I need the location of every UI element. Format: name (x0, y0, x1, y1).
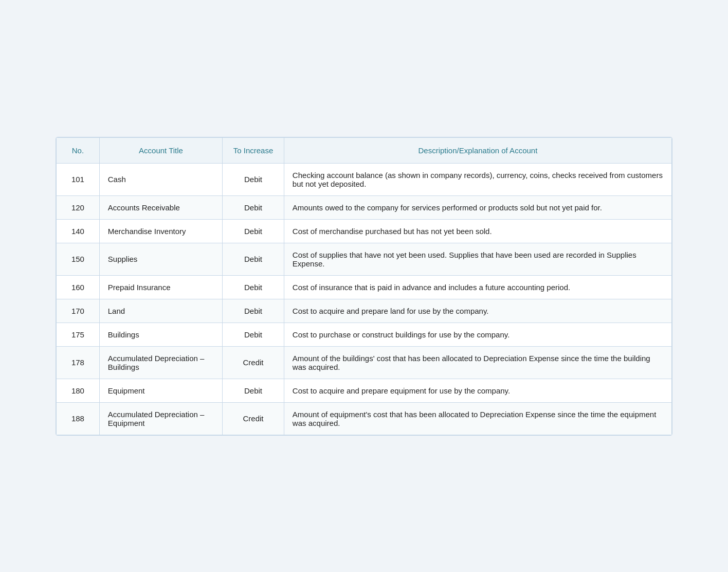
cell-description: Amounts owed to the company for services… (284, 195, 671, 219)
table-row: 101CashDebitChecking account balance (as… (57, 163, 672, 195)
cell-to-increase: Debit (223, 323, 284, 346)
table-header-row: No. Account Title To Increase Descriptio… (57, 137, 672, 163)
table-row: 160Prepaid InsuranceDebitCost of insuran… (57, 275, 672, 299)
cell-no: 160 (57, 275, 100, 299)
cell-no: 180 (57, 379, 100, 402)
header-account-title: Account Title (99, 137, 222, 163)
cell-to-increase: Debit (223, 163, 284, 195)
cell-no: 175 (57, 323, 100, 346)
table-row: 150SuppliesDebitCost of supplies that ha… (57, 243, 672, 275)
table-row: 140Merchandise InventoryDebitCost of mer… (57, 219, 672, 243)
header-description: Description/Explanation of Account (284, 137, 671, 163)
cell-account-title: Prepaid Insurance (99, 275, 222, 299)
cell-account-title: Accumulated Depreciation – Buildings (99, 346, 222, 379)
cell-description: Amount of the buildings' cost that has b… (284, 346, 671, 379)
cell-description: Amount of equipment's cost that has been… (284, 402, 671, 435)
cell-account-title: Accounts Receivable (99, 195, 222, 219)
cell-to-increase: Debit (223, 275, 284, 299)
table-row: 170LandDebitCost to acquire and prepare … (57, 299, 672, 323)
cell-no: 120 (57, 195, 100, 219)
cell-no: 188 (57, 402, 100, 435)
cell-description: Cost of insurance that is paid in advanc… (284, 275, 671, 299)
cell-account-title: Land (99, 299, 222, 323)
cell-no: 150 (57, 243, 100, 275)
cell-to-increase: Credit (223, 402, 284, 435)
cell-account-title: Equipment (99, 379, 222, 402)
cell-no: 178 (57, 346, 100, 379)
cell-description: Cost of merchandise purchased but has no… (284, 219, 671, 243)
cell-no: 101 (57, 163, 100, 195)
cell-no: 170 (57, 299, 100, 323)
cell-description: Cost to purchase or construct buildings … (284, 323, 671, 346)
account-table: No. Account Title To Increase Descriptio… (56, 137, 672, 435)
header-to-increase: To Increase (223, 137, 284, 163)
table-row: 188Accumulated Depreciation – EquipmentC… (57, 402, 672, 435)
cell-to-increase: Debit (223, 299, 284, 323)
cell-description: Cost to acquire and prepare equipment fo… (284, 379, 671, 402)
cell-account-title: Accumulated Depreciation – Equipment (99, 402, 222, 435)
cell-to-increase: Credit (223, 346, 284, 379)
cell-to-increase: Debit (223, 195, 284, 219)
cell-description: Cost to acquire and prepare land for use… (284, 299, 671, 323)
table-row: 120Accounts ReceivableDebitAmounts owed … (57, 195, 672, 219)
table-row: 175BuildingsDebitCost to purchase or con… (57, 323, 672, 346)
cell-account-title: Cash (99, 163, 222, 195)
table-body: 101CashDebitChecking account balance (as… (57, 163, 672, 435)
cell-description: Cost of supplies that have not yet been … (284, 243, 671, 275)
cell-account-title: Merchandise Inventory (99, 219, 222, 243)
cell-to-increase: Debit (223, 219, 284, 243)
cell-to-increase: Debit (223, 379, 284, 402)
cell-to-increase: Debit (223, 243, 284, 275)
table-row: 180EquipmentDebitCost to acquire and pre… (57, 379, 672, 402)
account-table-container: No. Account Title To Increase Descriptio… (56, 137, 672, 436)
table-row: 178Accumulated Depreciation – BuildingsC… (57, 346, 672, 379)
cell-description: Checking account balance (as shown in co… (284, 163, 671, 195)
header-no: No. (57, 137, 100, 163)
cell-no: 140 (57, 219, 100, 243)
cell-account-title: Supplies (99, 243, 222, 275)
cell-account-title: Buildings (99, 323, 222, 346)
